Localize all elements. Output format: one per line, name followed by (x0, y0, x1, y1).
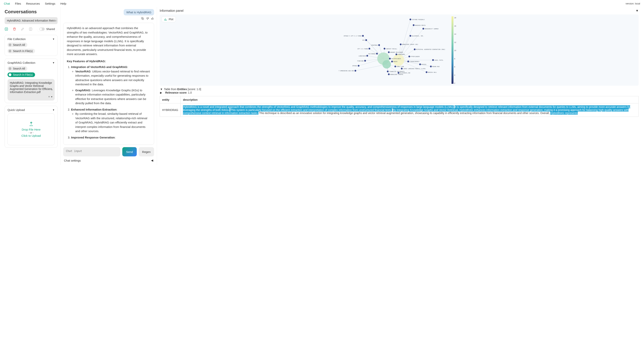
collapse-icon[interactable]: ▼ (52, 38, 55, 40)
svg-text:VECTORRAG: VECTORRAG (368, 53, 376, 55)
svg-point-83 (419, 64, 421, 65)
shared-label: Shared (46, 28, 55, 30)
tab-resources[interactable]: Resources (26, 2, 40, 5)
quick-upload-title: Quick Upload (8, 108, 25, 112)
svg-text:BLACKROCK,INC: BLACKROCK,INC (400, 72, 410, 74)
svg-point-57 (368, 48, 370, 50)
svg-point-99 (426, 71, 427, 73)
svg-text:OPENAI'S GPT-3.5-TURBO: OPENAI'S GPT-3.5-TURBO (344, 35, 362, 37)
svg-point-47 (410, 35, 411, 37)
relevance-value: : 1.0 (186, 91, 192, 94)
expand-icon[interactable]: ▼ (160, 88, 163, 91)
feat3-title: Improved Response Generation (71, 136, 115, 139)
dropdown-icon[interactable]: ▾ (51, 95, 52, 98)
svg-text:BENIKA HALL: BENIKA HALL (428, 72, 437, 73)
remove-file-icon[interactable]: × (51, 88, 53, 91)
file-collection-panel: File Collection ▼ Search All Search In F… (4, 35, 58, 56)
conversation-item[interactable]: HybridRAG: Advanced Information Retrievc (4, 17, 58, 24)
clear-icon[interactable]: × (48, 95, 50, 98)
features-heading: Key Features of HybridRAG: (67, 59, 150, 64)
info-panel-collapse-icon[interactable]: ▼ (636, 9, 638, 12)
expand-icon[interactable]: ▶ (160, 91, 162, 94)
svg-text:NVIDIA: NVIDIA (421, 64, 426, 65)
svg-text:14: 14 (454, 33, 456, 35)
svg-point-93 (387, 71, 389, 72)
svg-point-87 (430, 66, 432, 68)
feat1-a-label: VectorRAG (75, 70, 90, 73)
thumbs-down-icon[interactable] (146, 17, 149, 20)
svg-text:12: 12 (454, 42, 456, 43)
assistant-answer: HybridRAG is an advanced approach that c… (63, 23, 154, 145)
file-search-all-chip[interactable]: Search All (8, 42, 27, 47)
svg-point-51 (365, 39, 367, 41)
knowledge-graph-plot[interactable]: Plot STEFANO PASQUALIBHAGASH MEHTABHASKA… (160, 14, 638, 86)
svg-text:SUNIL PATEL: SUNIL PATEL (434, 60, 443, 61)
collapse-icon[interactable]: ▼ (52, 62, 55, 64)
svg-point-73 (364, 60, 366, 62)
svg-text:PINECONE: PINECONE (357, 60, 364, 62)
tab-chat[interactable]: Chat (4, 2, 10, 5)
feat1-b-label: GraphRAG (75, 88, 90, 92)
svg-text:2: 2 (454, 82, 455, 84)
plot-badge[interactable]: Plot (162, 16, 176, 22)
graphrag-search-all-chip[interactable]: Search All (8, 66, 27, 71)
svg-text:T-EMBEDDING-ADA-002: T-EMBEDDING-ADA-002 (338, 70, 354, 72)
tab-settings[interactable]: Settings (45, 2, 55, 5)
svg-point-45 (422, 28, 424, 30)
svg-point-67 (366, 55, 368, 56)
thumbs-up-icon[interactable] (151, 17, 154, 20)
shared-toggle[interactable]: Shared (37, 27, 57, 32)
th-entity: entity (160, 96, 181, 104)
upload-icon (29, 121, 34, 126)
file-name: HybridRAG- Integrating Knowledge Graphs … (10, 81, 52, 94)
file-collection-title: File Collection (8, 37, 26, 41)
user-message: What is HybridRAG (124, 9, 154, 16)
chat-settings-collapse-icon[interactable]: ◀ (151, 159, 153, 162)
svg-point-59 (384, 48, 385, 50)
graphrag-collection-title: GraphRAG Collection (8, 61, 35, 64)
new-conversation-icon[interactable] (4, 27, 8, 31)
tab-files[interactable]: Files (15, 2, 21, 5)
chart-icon (164, 18, 167, 21)
tab-help[interactable]: Help (60, 2, 66, 5)
regen-button[interactable]: Regen (139, 147, 154, 156)
toggle-switch[interactable] (39, 28, 45, 30)
svg-text:RAGAS: RAGAS (394, 61, 398, 62)
desc-hl: HybridRAG is a novel and integrated appr… (183, 105, 454, 108)
th-description: description (181, 96, 638, 104)
file-search-in-files-chip[interactable]: Search In File(s) (8, 49, 35, 53)
svg-point-75 (389, 58, 391, 60)
upload-dropzone[interactable]: Drop File Here - or - Click to Upload (8, 114, 55, 145)
chat-input[interactable] (63, 147, 120, 156)
copy-icon[interactable] (141, 17, 144, 20)
collapse-icon[interactable]: ▼ (52, 108, 55, 111)
conversations-heading: Conversations (4, 9, 58, 14)
click-upload-label[interactable]: Click to Upload (22, 134, 41, 137)
svg-text:KNOWLEDGE GRAPH (KG): KNOWLEDGE GRAPH (KG) (402, 44, 418, 45)
svg-point-53 (378, 44, 380, 46)
svg-point-85 (394, 66, 396, 68)
layout-icon[interactable] (29, 27, 32, 31)
feat1-title: Integration of VectorRAG and GraphRAG (71, 65, 127, 68)
svg-text:LARGE LANGUAGE MODELS (LLMS): LARGE LANGUAGE MODELS (LLMS) (403, 68, 426, 70)
svg-point-89 (401, 68, 403, 70)
selected-file-entry[interactable]: HybridRAG- Integrating Knowledge Graphs … (8, 79, 55, 100)
edit-conversation-icon[interactable] (21, 27, 24, 31)
svg-text:CONTEXT RECALL: CONTEXT RECALL (386, 48, 397, 50)
answer-intro: HybridRAG is an advanced approach that c… (67, 26, 150, 56)
graphrag-collection-panel: GraphRAG Collection ▼ Search All Search … (4, 58, 58, 103)
send-button[interactable]: Send (122, 147, 137, 156)
svg-text:RETRIEVAL AUGMENTED GENERATION: RETRIEVAL AUGMENTED GENERATION (RAG) (416, 49, 445, 50)
svg-point-81 (358, 65, 360, 67)
svg-text:ANSWER RELEVANCE: ANSWER RELEVANCE (390, 52, 403, 53)
svg-point-65 (388, 52, 390, 53)
svg-point-101 (391, 61, 393, 62)
delete-conversation-icon[interactable] (13, 27, 16, 31)
svg-text:KNOWLEDGE GRAPHS: KNOWLEDGE GRAPHS (390, 74, 403, 75)
svg-point-40 (382, 60, 391, 68)
graphrag-search-in-files-chip[interactable]: Search In File(s) (8, 72, 35, 77)
svg-point-49 (362, 35, 364, 37)
chat-settings-label[interactable]: Chat settings (64, 159, 81, 162)
chip-label: Search In File(s) (13, 50, 33, 52)
svg-text:GRAPHRAG: GRAPHRAG (371, 44, 378, 46)
